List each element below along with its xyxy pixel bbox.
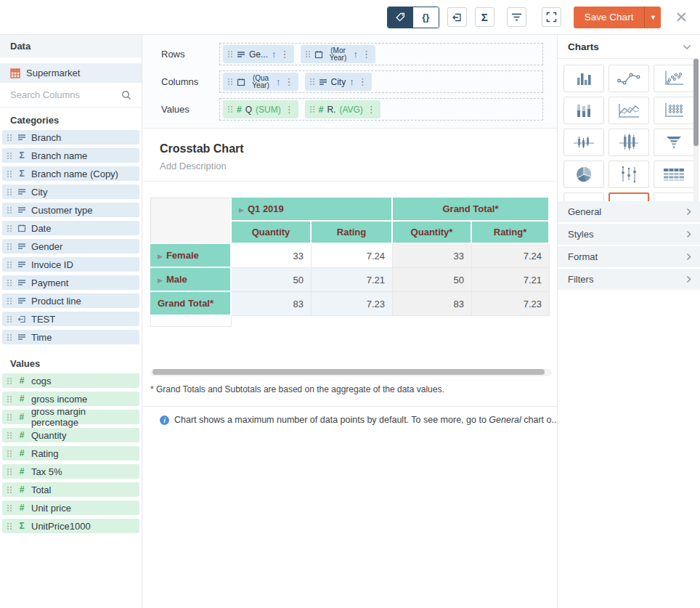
kebab-menu-icon[interactable]: ⋮ (362, 49, 371, 60)
aggregation-button[interactable]: Σ (475, 7, 495, 27)
category-item[interactable]: Branch (2, 130, 139, 145)
search-columns-input[interactable] (10, 89, 112, 100)
code-view-button[interactable]: {} (413, 7, 439, 28)
kebab-menu-icon[interactable]: ⋮ (358, 76, 367, 87)
data-cell[interactable]: 83 (232, 292, 312, 316)
category-item[interactable]: Customer type (2, 203, 139, 217)
category-item[interactable]: City (2, 185, 139, 199)
column-header[interactable]: Quantity* (393, 222, 472, 244)
section-styles[interactable]: Styles (558, 224, 700, 245)
category-item[interactable]: Date (2, 221, 139, 235)
charts-vertical-scrollbar[interactable] (693, 59, 699, 201)
column-header[interactable]: Rating (312, 222, 393, 244)
chart-type-candlestick-tall[interactable] (609, 129, 649, 156)
category-item[interactable]: Gender (2, 239, 139, 254)
sort-asc-icon[interactable]: ↑ (349, 76, 354, 87)
chart-type-dot-grid[interactable] (654, 97, 694, 124)
value-item[interactable]: # Tax 5% (2, 464, 139, 479)
row-field-pill[interactable]: (Mor Year) ↑ ⋮ (301, 45, 376, 63)
chart-type-line[interactable] (609, 65, 649, 92)
category-item[interactable]: Payment (2, 275, 139, 290)
kebab-menu-icon[interactable]: ⋮ (285, 104, 294, 115)
sort-asc-icon[interactable]: ↑ (272, 49, 277, 60)
column-field-pill[interactable]: (Qua Year) ↑ ⋮ (223, 73, 298, 91)
value-item[interactable]: # gross margin percentage (2, 410, 139, 424)
section-format[interactable]: Format (558, 246, 700, 267)
data-cell[interactable]: 7.21 (472, 268, 550, 292)
chart-type-bar[interactable] (563, 192, 604, 201)
horizontal-scrollbar[interactable] (150, 369, 552, 376)
page-title[interactable]: Crosstab Chart (160, 142, 540, 155)
expand-triangle-icon[interactable]: ▶ (239, 206, 244, 214)
value-item[interactable]: Σ UnitPrice1000 (2, 519, 139, 533)
description-placeholder[interactable]: Add Description (160, 161, 540, 171)
value-item[interactable]: # Rating (2, 446, 139, 461)
chart-type-area-line[interactable] (609, 97, 649, 124)
value-item[interactable]: # Quantity (2, 428, 139, 442)
calculated-value-button[interactable] (447, 7, 467, 27)
row-field-pill[interactable]: Ge... ↑ ⋮ (223, 45, 294, 63)
data-cell[interactable]: 7.23 (312, 292, 393, 316)
value-item[interactable]: # Unit price (2, 500, 139, 515)
kebab-menu-icon[interactable]: ⋮ (285, 76, 294, 87)
chart-type-grid-table[interactable] (654, 161, 694, 188)
scrollbar-thumb[interactable] (152, 369, 545, 375)
data-cell[interactable]: 7.24 (312, 244, 393, 268)
category-item[interactable]: Σ Branch name (Copy) (2, 166, 139, 181)
filter-button[interactable] (507, 7, 526, 27)
rows-drop-zone[interactable]: Ge... ↑ ⋮ (Mor Year) ↑ ⋮ (219, 43, 543, 65)
row-header[interactable]: Grand Total* (150, 292, 232, 316)
sort-asc-icon[interactable]: ↑ (276, 76, 281, 87)
column-header[interactable]: Rating* (472, 222, 550, 244)
category-item[interactable]: Product line (2, 293, 139, 308)
columns-drop-zone[interactable]: (Qua Year) ↑ ⋮ City ↑ ⋮ (219, 70, 543, 93)
kebab-menu-icon[interactable]: ⋮ (367, 104, 376, 115)
chart-type-blank[interactable] (654, 192, 694, 201)
kebab-menu-icon[interactable]: ⋮ (280, 49, 290, 60)
row-header[interactable]: ▶Female (150, 244, 232, 268)
chart-type-funnel[interactable] (654, 129, 694, 156)
chart-type-pie[interactable] (563, 161, 604, 188)
category-item[interactable]: TEST (2, 312, 139, 326)
value-item[interactable]: # Total (2, 482, 139, 497)
value-field-pill[interactable]: # Q (SUM) ⋮ (223, 100, 298, 118)
data-cell[interactable]: 83 (393, 292, 472, 316)
chart-type-stock[interactable] (609, 161, 649, 188)
section-general[interactable]: General (558, 201, 700, 222)
section-filters[interactable]: Filters (558, 269, 700, 290)
category-item[interactable]: Invoice ID (2, 257, 139, 272)
charts-section-header[interactable]: Charts (558, 35, 700, 59)
chart-type-scatter[interactable] (654, 65, 694, 92)
column-field-pill[interactable]: City ↑ ⋮ (305, 73, 372, 91)
column-header[interactable]: Quantity (232, 222, 312, 244)
fullscreen-button[interactable] (542, 7, 561, 27)
expand-triangle-icon[interactable]: ▶ (158, 253, 163, 260)
value-field-pill[interactable]: # R. (AVG) ⋮ (305, 100, 380, 118)
dataset-item-supermarket[interactable]: Supermarket (0, 63, 142, 83)
chart-type-crosstab-selected[interactable] (609, 192, 649, 201)
category-item[interactable]: Σ Branch name (2, 148, 139, 163)
scrollbar-thumb[interactable] (693, 59, 699, 146)
tag-view-button[interactable] (388, 7, 413, 28)
close-icon[interactable]: ✕ (672, 9, 690, 25)
notice-general-link[interactable]: General (489, 415, 521, 425)
chart-type-stacked-column[interactable] (563, 97, 604, 124)
chart-type-candlestick[interactable] (563, 129, 604, 156)
expand-triangle-icon[interactable]: ▶ (158, 277, 163, 284)
value-item[interactable]: # gross income (2, 392, 139, 406)
data-cell[interactable]: 7.21 (312, 268, 393, 292)
row-header[interactable]: ▶Male (150, 268, 232, 292)
data-cell[interactable]: 50 (393, 268, 472, 292)
sort-asc-icon[interactable]: ↑ (354, 49, 359, 60)
chart-type-column[interactable] (563, 65, 604, 92)
data-cell[interactable]: 50 (232, 268, 312, 292)
data-cell[interactable]: 7.23 (472, 292, 550, 316)
column-group-header[interactable]: ▶Q1 2019 (232, 198, 393, 222)
value-item[interactable]: # cogs (2, 373, 139, 388)
save-chart-button[interactable]: Save Chart (574, 7, 645, 28)
values-drop-zone[interactable]: # Q (SUM) ⋮ # R. (AVG) ⋮ (219, 98, 543, 121)
save-chart-menu-button[interactable]: ▼ (644, 7, 661, 28)
data-cell[interactable]: 7.24 (472, 244, 550, 268)
category-item[interactable]: Time (2, 330, 139, 344)
data-cell[interactable]: 33 (393, 244, 472, 268)
